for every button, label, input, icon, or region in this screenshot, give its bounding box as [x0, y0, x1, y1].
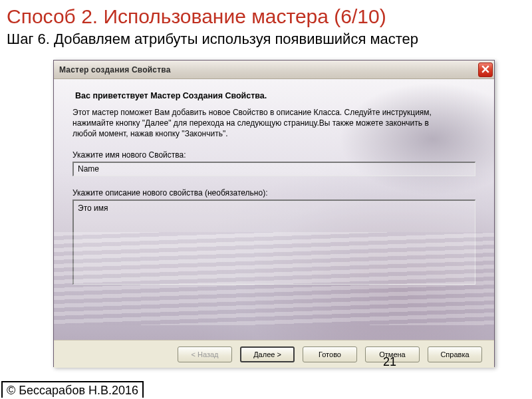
dialog-body: Вас приветствует Мастер Создания Свойств…	[54, 79, 494, 340]
wizard-intro: Этот мастер поможет Вам добавить новое С…	[72, 107, 445, 140]
copyright: © Бессарабов Н.В.2016	[1, 381, 144, 398]
page-number: 21	[383, 355, 396, 369]
property-desc-textarea[interactable]	[72, 200, 475, 285]
finish-button[interactable]: Готово	[303, 346, 357, 362]
slide-step: Шаг 6. Добавляем атрибуты используя появ…	[0, 31, 532, 53]
property-name-input[interactable]	[72, 162, 475, 176]
help-button[interactable]: Справка	[428, 346, 482, 362]
close-icon	[481, 64, 489, 76]
wizard-welcome: Вас приветствует Мастер Создания Свойств…	[72, 91, 475, 100]
desc-label: Укажите описание нового свойства (необяз…	[72, 188, 475, 198]
slide-title: Способ 2. Использование мастера (6/10)	[0, 0, 532, 31]
close-button[interactable]	[478, 63, 493, 77]
name-label: Укажите имя нового Свойства:	[72, 150, 475, 160]
titlebar: Мастер создания Свойства	[54, 61, 494, 79]
next-button[interactable]: Далее >	[240, 346, 295, 362]
back-button[interactable]: < Назад	[178, 346, 232, 362]
wizard-dialog: Мастер создания Свойства Вас приветствуе…	[53, 60, 495, 367]
dialog-title: Мастер создания Свойства	[59, 65, 171, 74]
dialog-button-row: < Назад Далее > Готово Отмена Справка	[54, 340, 494, 368]
